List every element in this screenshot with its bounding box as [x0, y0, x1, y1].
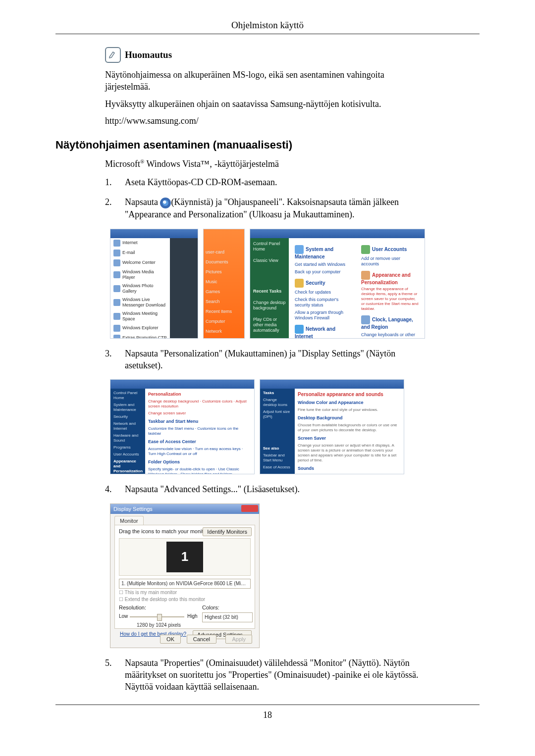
cp-left-footer-head: Recent Tasks	[250, 286, 289, 297]
pz-heading: Personalize appearance and sounds	[298, 392, 401, 397]
header-rule	[55, 34, 480, 34]
monitor-icon[interactable]: 1	[166, 542, 203, 572]
step-5: 5. Napsauta "Properties" (Ominaisuudet) …	[105, 657, 422, 693]
pz-side-link: Network and Internet	[113, 421, 142, 431]
sm-right-item: Recent Items	[204, 306, 244, 316]
os-prefix: Microsoft	[105, 159, 140, 169]
step-2: 2. Napsauta (Käynnistä) ja "Ohjauspaneel…	[105, 196, 422, 220]
sm-right-item: Search	[204, 297, 244, 306]
screenshot-start-menu-right: user-card Documents Pictures Music Games…	[203, 229, 245, 339]
pz-item-desc: Change your screen saver or adjust when …	[298, 443, 401, 463]
pz-side-link: Security	[113, 414, 142, 419]
sm-item: E-mail	[110, 248, 170, 258]
note-title: Huomautus	[125, 49, 172, 61]
sm-item: Windows Photo Gallery	[110, 282, 170, 296]
sm-right-item: Documents	[204, 257, 244, 267]
cp-cat-link: Check this computer's security status	[295, 297, 352, 308]
sm-right-item: Games	[204, 287, 244, 297]
note-para-1: Näytönohjaimessa on alkuperäinen MS-logo…	[105, 69, 422, 93]
pz-item-head: Sounds	[298, 466, 401, 471]
sm-item: Internet	[110, 238, 170, 248]
sm-item: Windows Live Messenger Download	[110, 296, 170, 309]
cancel-button[interactable]: Cancel	[187, 635, 216, 644]
ds-tab-monitor[interactable]: Monitor	[114, 516, 144, 525]
pz-side-footer-head: See also	[263, 446, 292, 451]
pz-side-link: System and Maintenance	[113, 403, 142, 412]
cp-cat-link: Check for updates	[295, 290, 352, 295]
chk-main-monitor[interactable]: ☐ This is my main monitor	[119, 590, 177, 595]
cp-cat-head: System and Maintenance	[295, 245, 352, 260]
colors-label: Colors:	[202, 605, 219, 610]
cp-cat-link: Change the appearance of desktop items, …	[361, 287, 419, 311]
step-text: Napsauta "Personalization" (Mukauttamine…	[125, 348, 422, 372]
ds-panel: Drag the icons to match your monitors. I…	[114, 525, 255, 629]
cp-left-footer-link: Change desktop background	[250, 297, 289, 314]
sm-item: Extras Promoting CTP	[110, 333, 170, 339]
pz-item-head: Taskbar and Start Menu	[148, 419, 251, 424]
step-number: 5.	[105, 657, 116, 693]
cp-cat-head: Security	[295, 279, 352, 288]
resolution-value: 1280 by 1024 pixels	[137, 622, 181, 628]
screenshot-row-3: Display Settings Monitor Drag the icons …	[110, 504, 480, 648]
cp-left-link: Control Panel Home	[250, 238, 289, 255]
sm-right-item: Pictures	[204, 267, 244, 277]
step-number: 3.	[105, 348, 116, 372]
os-line: Microsoft® Windows Vista™‚ -käyttöjärjes…	[105, 158, 480, 169]
sm-right-item: Music	[204, 277, 244, 287]
step-text: Napsauta (Käynnistä) ja "Ohjauspaneeli".…	[125, 196, 422, 220]
pz-side-link: Change desktop icons	[263, 398, 292, 407]
pz-side-link: Hardware and Sound	[113, 433, 142, 443]
note-para-2: Hyväksytty alkuperäinen ohjain on saatav…	[105, 98, 422, 110]
pz-side-link: Appearance and Personalization	[113, 459, 142, 474]
step-number: 4.	[105, 483, 116, 495]
cp-cat-link: Change keyboards or other input methods	[361, 332, 419, 339]
pz-item-link: Specify single- or double-click to open …	[148, 467, 251, 474]
sm-right-item: Computer	[204, 316, 244, 326]
sm-item: Windows Media Player	[110, 268, 170, 282]
close-icon[interactable]	[241, 505, 258, 512]
cp-cat-link: Allow a program through Windows Firewall	[295, 310, 352, 321]
screenshot-row-2: Control Panel Home System and Maintenanc…	[110, 379, 417, 474]
slider-low: Low	[119, 613, 128, 619]
page-number: 18	[55, 710, 480, 720]
pz-side-footer-link: Taskbar and Start Menu	[263, 453, 292, 463]
sm-item: Welcome Center	[110, 258, 170, 268]
pz-item-head: Screen Saver	[298, 436, 401, 441]
sm-right-item: Network	[204, 326, 244, 336]
section-heading: Näytönohjaimen asentaminen (manuaalisest…	[55, 139, 480, 151]
cp-cat-link: Get started with Windows	[295, 262, 352, 267]
page-header: Ohjelmiston käyttö	[55, 20, 480, 31]
apply-button[interactable]: Apply	[225, 635, 252, 644]
pz-side-head: Tasks	[263, 391, 292, 396]
pz-item-desc: Fine tune the color and style of your wi…	[298, 407, 401, 412]
screenshot-appearance-personalization: Control Panel Home System and Maintenanc…	[110, 379, 255, 474]
step-text: Napsauta "Properties" (Ominaisuudet) väl…	[125, 657, 422, 693]
screenshot-control-panel: Control Panel Home Classic View Recent T…	[250, 229, 425, 339]
resolution-label: Resolution:	[119, 605, 146, 610]
cp-cat-head: Network and Internet	[295, 325, 352, 339]
monitor-number: 1	[166, 542, 203, 572]
pz-side-link: User Accounts	[113, 452, 142, 457]
step-1: 1. Aseta Käyttöopas-CD CD-ROM-asemaan.	[105, 176, 422, 188]
footer-rule	[55, 705, 480, 705]
screenshot-row-1: Internet E-mail Welcome Center Windows M…	[110, 229, 480, 339]
monitor-select[interactable]: 1. (Multiple Monitors) on NVIDIA GeForce…	[119, 579, 251, 589]
colors-select[interactable]: Highest (32 bit)	[202, 612, 253, 622]
pz-item-head: Window Color and Appearance	[298, 400, 401, 405]
pz-side-footer-link: Ease of Access	[263, 465, 292, 470]
cp-left-link: Classic View	[250, 255, 289, 266]
step2-pre: Napsauta	[125, 197, 160, 207]
resolution-slider[interactable]	[130, 616, 184, 617]
slider-high: High	[187, 613, 198, 619]
cp-cat-head-highlight: Appearance and Personalization	[361, 271, 419, 286]
ok-button[interactable]: OK	[160, 635, 181, 644]
step-text: Napsauta "Advanced Settings..." (Lisäase…	[125, 483, 422, 495]
start-orb-icon	[160, 198, 171, 208]
pz-item-link: Change screen saver	[148, 411, 251, 416]
pz-side-link: Control Panel Home	[113, 391, 142, 401]
identify-monitors-button[interactable]: Identify Monitors	[203, 527, 252, 536]
cp-left-footer-link: Play CDs or other media automatically	[250, 314, 289, 336]
chk-extend-desktop[interactable]: ☐ Extend the desktop onto this monitor	[119, 597, 205, 602]
step-4: 4. Napsauta "Advanced Settings..." (Lisä…	[105, 483, 422, 495]
pz-item-head: Ease of Access Center	[148, 439, 251, 445]
